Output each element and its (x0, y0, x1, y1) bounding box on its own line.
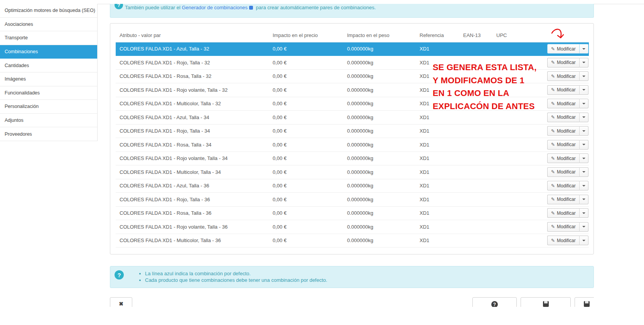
cell-reference: XD1 (416, 138, 459, 152)
caret-down-icon (582, 199, 585, 200)
cell-actions: ✎Modificar (543, 111, 589, 125)
modify-button[interactable]: ✎Modificar (547, 208, 580, 218)
modify-dropdown-toggle[interactable] (580, 167, 588, 177)
modify-dropdown-toggle[interactable] (580, 99, 588, 108)
modify-dropdown-toggle[interactable] (580, 208, 588, 218)
cell-upc (492, 206, 543, 220)
modify-button[interactable]: ✎Modificar (547, 85, 580, 95)
cell-reference: XD1 (416, 234, 459, 248)
caret-down-icon (582, 171, 585, 173)
modify-dropdown-toggle[interactable] (580, 44, 588, 54)
cell-reference: XD1 (416, 179, 459, 193)
sidebar-item-adjuntos[interactable]: Adjuntos (0, 114, 97, 128)
sidebar-item-funcionalidades[interactable]: Funcionalidades (0, 86, 97, 100)
cell-weight-impact: 0.000000kg (343, 111, 416, 125)
red-annotation-line: EN 1 COMO EN LA (433, 87, 536, 100)
combination-row: COLORES FALDA XD1 - Multicolor, Talla - … (116, 234, 589, 248)
cancel-button[interactable]: ✖ (110, 297, 132, 307)
caret-down-icon (582, 76, 585, 77)
cell-price-impact: 0,00 € (269, 179, 343, 193)
modify-button[interactable]: ✎Modificar (547, 181, 580, 190)
cell-ean13 (459, 179, 492, 193)
modify-button[interactable]: ✎Modificar (547, 153, 580, 163)
modify-button[interactable]: ✎Modificar (547, 167, 580, 177)
combination-row: COLORES FALDA XD1 - Azul, Talla - 360,00… (116, 179, 589, 193)
combinations-generator-link[interactable]: Generador de combinaciones (182, 5, 248, 10)
modify-dropdown-toggle[interactable] (580, 222, 588, 232)
pencil-icon: ✎ (551, 224, 555, 229)
sidebar-item-optimizaci-n-motores-de-b-squeda-seo[interactable]: Optimización motores de búsqueda (SEO) (0, 4, 97, 18)
sidebar-item-personalizaci-n[interactable]: Personalización (0, 100, 97, 114)
cell-upc (492, 220, 543, 234)
cell-ean13 (459, 152, 492, 165)
bottom-info-note: ? La línea azul indica la combinación po… (110, 266, 594, 288)
modify-button[interactable]: ✎Modificar (547, 195, 580, 204)
sidebar-item-cantidades[interactable]: Cantidades (0, 59, 97, 72)
info-bullet: Cada producto que tiene combinaciones de… (145, 277, 593, 284)
cell-actions: ✎Modificar (543, 97, 589, 111)
cell-attribute-pair: COLORES FALDA XD1 - Rojo, Talla - 32 (116, 56, 269, 70)
modify-dropdown-toggle[interactable] (580, 113, 588, 122)
caret-down-icon (582, 130, 585, 132)
caret-down-icon (582, 144, 585, 145)
modify-button[interactable]: ✎Modificar (547, 113, 580, 122)
modify-dropdown-toggle[interactable] (580, 195, 588, 204)
cell-actions: ✎Modificar (543, 179, 589, 193)
modify-button-group: ✎Modificar (547, 195, 588, 204)
sidebar-item-asociaciones[interactable]: Asociaciones (0, 18, 97, 32)
modify-dropdown-toggle[interactable] (580, 126, 588, 136)
modify-button[interactable]: ✎Modificar (547, 140, 580, 150)
cell-ean13 (459, 220, 492, 234)
cell-actions: ✎Modificar (543, 83, 589, 97)
cell-price-impact: 0,00 € (269, 97, 343, 111)
caret-down-icon (582, 48, 585, 50)
modify-button[interactable]: ✎Modificar (547, 126, 580, 136)
cell-actions: ✎Modificar (543, 220, 589, 234)
cell-weight-impact: 0.000000kg (343, 138, 416, 152)
cell-price-impact: 0,00 € (269, 69, 343, 83)
sidebar-item-transporte[interactable]: Transporte (0, 31, 97, 45)
modify-button[interactable]: ✎Modificar (547, 236, 580, 245)
cell-price-impact: 0,00 € (269, 83, 343, 97)
help-button[interactable]: ? (472, 297, 517, 307)
cell-upc (492, 193, 543, 207)
modify-button-group: ✎Modificar (547, 99, 588, 108)
modify-dropdown-toggle[interactable] (580, 71, 588, 81)
modify-button[interactable]: ✎Modificar (547, 222, 580, 232)
pencil-icon: ✎ (551, 115, 555, 120)
sidebar-item-im-genes[interactable]: Imágenes (0, 72, 97, 86)
sidebar-item-proveedores[interactable]: Proveedores (0, 127, 97, 141)
modify-dropdown-toggle[interactable] (580, 153, 588, 163)
caret-down-icon (582, 185, 585, 187)
cell-upc (492, 124, 543, 138)
modify-dropdown-toggle[interactable] (580, 140, 588, 150)
cell-price-impact: 0,00 € (269, 193, 343, 207)
save-button[interactable] (575, 297, 594, 307)
modify-dropdown-toggle[interactable] (580, 85, 588, 95)
modify-button-group: ✎Modificar (547, 71, 588, 81)
caret-down-icon (582, 240, 585, 241)
cell-ean13 (459, 124, 492, 138)
modify-dropdown-toggle[interactable] (580, 236, 588, 245)
modify-dropdown-toggle[interactable] (580, 58, 588, 67)
modify-button[interactable]: ✎Modificar (547, 71, 580, 81)
pencil-icon: ✎ (551, 47, 555, 51)
save-and-stay-button[interactable] (521, 297, 571, 307)
save-icon (543, 301, 549, 307)
modify-button[interactable]: ✎Modificar (547, 44, 580, 54)
pencil-icon: ✎ (551, 184, 555, 188)
modify-button[interactable]: ✎Modificar (547, 99, 580, 108)
column-header: Impacto en el precio (269, 29, 343, 42)
modify-button[interactable]: ✎Modificar (547, 58, 580, 67)
modify-button-group: ✎Modificar (547, 126, 588, 136)
cell-reference: XD1 (416, 124, 459, 138)
cell-weight-impact: 0.000000kg (343, 42, 416, 56)
cell-ean13 (459, 138, 492, 152)
pencil-icon: ✎ (551, 101, 555, 106)
cell-attribute-pair: COLORES FALDA XD1 - Multicolor, Talla - … (116, 234, 269, 248)
red-arrow-icon (549, 27, 567, 45)
modify-dropdown-toggle[interactable] (580, 181, 588, 190)
cell-ean13 (459, 165, 492, 179)
sidebar-item-combinaciones[interactable]: Combinaciones (0, 45, 97, 59)
pencil-icon: ✎ (551, 60, 555, 65)
